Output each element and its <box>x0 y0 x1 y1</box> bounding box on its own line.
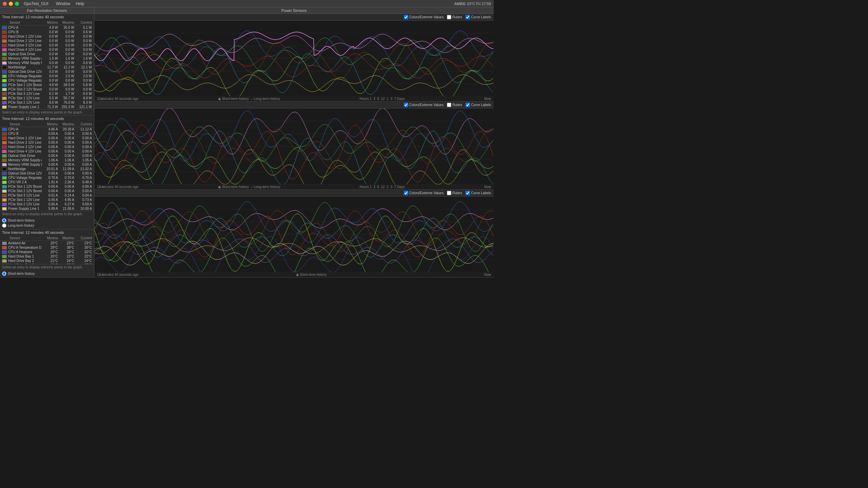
list-item[interactable]: CPU Voltage Regulator... 0.70 A 0.70 A 0… <box>0 176 94 180</box>
list-item[interactable]: Hard Drive 1 12V Line 0.00 A 0.00 A 0.00… <box>0 136 94 140</box>
short-term-radio-row-temp[interactable]: Short-term history <box>2 271 92 276</box>
sensor-max: 0.0 W <box>58 52 74 56</box>
chart1-time-controls[interactable]: ◉ Short-term history ○ Long-term history <box>218 97 280 101</box>
window-controls[interactable]: GpuTest_GUI Window Help <box>3 1 84 6</box>
curve-labels-checkbox-3[interactable]: Curve Labels <box>466 191 491 195</box>
list-item[interactable]: CPU A Heatsink 26°C 33°C 32°C <box>0 250 94 254</box>
list-item[interactable]: Northbridge 11.7 W 12.2 W 12.1 W <box>0 65 94 69</box>
list-item[interactable]: Optical Disk Drive 0.00 A 0.00 A 0.00 A <box>0 154 94 158</box>
history-radio-1[interactable]: ◉ Short-term history <box>218 97 249 101</box>
list-item[interactable]: CPU A 4.86 A 28.39 A 11.12 A <box>0 127 94 131</box>
list-item[interactable]: Northbridge 10.61 A 11.09 A 11.02 A <box>0 167 94 171</box>
colors-extreme-checkbox[interactable]: Colors/Extreme Values <box>404 15 444 19</box>
list-item[interactable]: CPU B 0.00 A 0.00 A 0.00 A <box>0 131 94 136</box>
curve-labels-checkbox-2[interactable]: Curve Labels <box>466 103 491 107</box>
list-item[interactable]: PCIe Slot 3 12V Line 0.1 W 1.7 W 0.6 W <box>0 92 94 96</box>
list-item[interactable]: Optical Disk Drive 0.0 W 0.0 W 0.0 W <box>0 52 94 56</box>
sensor-name: Power Supply Line 1 <box>8 207 42 210</box>
sensor-current: 11.02 A <box>74 167 92 171</box>
list-item[interactable]: Hard Drive 3 12V Line 0.00 A 0.00 A 0.00… <box>0 145 94 149</box>
rulers-checkbox[interactable]: Rulers <box>447 15 462 19</box>
list-item[interactable]: Hard Drive 2 12V Line 0.00 A 0.00 A 0.00… <box>0 140 94 145</box>
short-term-radio-row[interactable]: Short-term history <box>2 218 92 223</box>
sensor-current: 0.69 A <box>74 202 92 206</box>
menu-help[interactable]: Help <box>76 1 84 6</box>
rulers-checkbox-2[interactable]: Rulers <box>447 103 462 107</box>
table-header-temp: Sensor Minimu Maximu Current <box>0 236 94 241</box>
chart-section-2: A 32.0 26.7 21.3 16.0 10.7 5.3 0.0 12 mi… <box>94 108 494 189</box>
colors-extreme-checkbox-2[interactable]: Colors/Extreme Values <box>404 103 444 107</box>
power-sensors-title: Power Sensors <box>94 7 494 14</box>
sensor-min: 0.70 A <box>42 176 58 180</box>
sensor-min: 0.00 A <box>42 149 58 153</box>
sensor-max: 23°C <box>58 241 74 245</box>
list-item[interactable]: Power Supply Line 1 5.89 A 21.08 A 10.00… <box>0 206 94 211</box>
long-term-radio[interactable] <box>2 223 6 228</box>
list-item[interactable]: PCIe Slot 1 12V Line 0.45 A 4.95 A 0.73 … <box>0 198 94 202</box>
list-item[interactable]: PCIe Slot 2 12V Boost Line 0.0 W 0.0 W 0… <box>0 87 94 92</box>
list-item[interactable]: PCIe Slot 2 12V Line 8.0 W 76.0 W 8.3 W <box>0 100 94 105</box>
short-term-radio-temp[interactable] <box>2 271 6 276</box>
sensor-max: 0.0 W <box>58 30 74 34</box>
list-item[interactable]: Hard Drive Bay 2 21°C 24°C 24°C <box>0 259 94 263</box>
list-item[interactable]: Hard Drive 2 12V Line 0.0 W 0.0 W 0.0 W <box>0 39 94 43</box>
color-swatch <box>2 48 7 52</box>
color-swatch <box>2 92 7 96</box>
history-radio-2[interactable]: ○ Long-term history <box>251 97 280 101</box>
minimize-button[interactable] <box>9 2 13 6</box>
list-item[interactable]: PCIe Slot 1 12V Boost Line 0.00 A 0.00 A… <box>0 184 94 189</box>
list-item[interactable]: CPU Voltage Regulator Supply 2 0.0 W 0.0… <box>0 78 94 83</box>
col-color-label <box>2 21 9 24</box>
sensor-max: 0.00 A <box>58 132 74 136</box>
sensor-current: 0.6 W <box>74 30 92 34</box>
list-item[interactable]: Memory VRM Supply A 1.5 W 1.6 W 1.6 W <box>0 56 94 61</box>
list-item[interactable]: Hard Drive 4 12V Line 0.00 A 0.00 A 0.00… <box>0 149 94 154</box>
sensor-min: 0.00 A <box>42 145 58 149</box>
list-item[interactable]: PCIe Slot 1 12V Line 5.5 W 59.7 W 8.8 W <box>0 96 94 100</box>
sensor-min: 26°C <box>42 250 58 254</box>
list-item[interactable]: CPU Voltage Regulator Supply 1 0.0 W 2.0… <box>0 74 94 78</box>
list-item[interactable]: Memory VRM Supply B 0.00 A 0.00 A 0.00 A <box>0 162 94 167</box>
colors-extreme-checkbox-3[interactable]: Colors/Extreme Values <box>404 191 444 195</box>
list-item[interactable]: CPU A Temperature D... 29°C 38°C 35°C <box>0 245 94 250</box>
list-item[interactable]: Hard Drive 1 12V Line 0.0 W 0.0 W 0.0 W <box>0 34 94 39</box>
rulers-checkbox-3[interactable]: Rulers <box>447 191 462 195</box>
list-item[interactable]: Memory VRM Supply B 0.0 W 0.0 W 0.0 W <box>0 61 94 65</box>
list-item[interactable]: Power Supply Line 1 71.3 W 255.3 W 121.1… <box>0 105 94 109</box>
sensor-name: CPU A Heatsink <box>8 250 42 254</box>
color-swatch <box>2 207 7 210</box>
list-item[interactable]: PCIe Slot 2 12V Line 0.66 A 6.27 A 0.69 … <box>0 202 94 206</box>
close-button[interactable] <box>3 2 7 6</box>
list-item[interactable]: Ambient Air 20°C 23°C 23°C <box>0 241 94 245</box>
list-item[interactable]: CPU VR 2 A 1.91 A 2.36 A 0.48 A <box>0 180 94 184</box>
list-item[interactable]: PCIe Slot 3 12V Line 0.01 A 0.14 A 0.04 … <box>0 193 94 198</box>
list-item[interactable]: Hard Drive 3 12V Line 0.0 W 0.0 W 0.0 W <box>0 43 94 47</box>
maximize-button[interactable] <box>15 2 19 6</box>
list-item[interactable]: Optical Disk Drive 12V Line 0.0 W 0.0 W … <box>0 69 94 74</box>
history-radio-5[interactable]: ◉ Short-term history <box>296 273 327 277</box>
menu-window[interactable]: Window <box>56 1 71 6</box>
short-term-radio[interactable] <box>2 218 6 223</box>
sensor-max: 0.0 W <box>58 70 74 74</box>
history-radio-4[interactable]: ○ Long-term history <box>251 185 280 189</box>
list-item[interactable]: Optical Disk Drive 12V... 0.00 A 0.00 A … <box>0 171 94 176</box>
list-item[interactable]: PCIe Slot 2 12V Boost Line 0.00 A 0.00 A… <box>0 189 94 193</box>
chart3-time-controls[interactable]: ◉ Short-term history <box>296 273 327 277</box>
list-item[interactable]: Memory VRM Supply A 1.06 A 1.06 A 1.05 A <box>0 158 94 162</box>
sensor-name: PCIe Slot 1 12V Boost Line <box>8 185 42 188</box>
chart-controls-1: Colors/Extreme Values Rulers Curve Label… <box>94 14 494 21</box>
chart2-time-controls[interactable]: ◉ Short-term history ○ Long-term history <box>218 185 280 189</box>
chart2-canvas <box>94 108 494 184</box>
sensor-name: Memory VRM Supply A <box>8 158 42 162</box>
power-select-hint: Select an entry to display extreme point… <box>0 109 94 115</box>
color-swatch <box>2 132 7 136</box>
list-item[interactable]: Hard Drive Bay 1 20°C 22°C 22°C <box>0 254 94 259</box>
history-radio-3[interactable]: ◉ Short-term history <box>218 185 249 189</box>
list-item[interactable]: PCIe Slot 1 12V Boost Line 4.8 W 28.5 W … <box>0 83 94 87</box>
curve-labels-checkbox[interactable]: Curve Labels <box>466 15 491 19</box>
list-item[interactable]: CPU A 4.9 W 35.0 W 5.1 W <box>0 25 94 30</box>
list-item[interactable]: CPU B 0.0 W 0.0 W 0.6 W <box>0 30 94 34</box>
long-term-radio-row[interactable]: Long-term history <box>2 223 92 228</box>
sensor-name: Hard Drive 3 12V Line <box>8 43 42 47</box>
list-item[interactable]: Hard Drive 4 12V Line 0.0 W 0.0 W 0.0 W <box>0 47 94 52</box>
